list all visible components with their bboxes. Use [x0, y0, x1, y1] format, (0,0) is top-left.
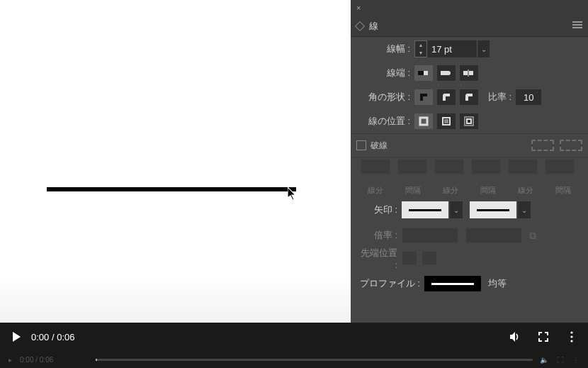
dashed-label: 破線 [371, 140, 388, 152]
svg-rect-9 [444, 119, 448, 123]
cap-butt-icon[interactable] [414, 65, 433, 81]
canvas-area [0, 0, 351, 323]
corner-bevel-icon[interactable] [460, 89, 478, 105]
video-controls: 0:00 / 0:06 ▸ 0:00 / 0:06 🔈 ⛶ ⋮ [0, 323, 588, 368]
arrow-start-select[interactable] [402, 201, 448, 218]
align-outside-icon[interactable] [460, 113, 478, 129]
arrow-start-dropdown[interactable]: ⌄ [450, 201, 463, 218]
ghost-more-icon: ⋮ [572, 356, 579, 364]
scale-start-input[interactable] [402, 228, 458, 243]
svg-point-13 [570, 335, 572, 338]
svg-rect-0 [418, 71, 424, 75]
tab-stroke[interactable]: 線 [369, 20, 378, 33]
svg-point-12 [570, 331, 572, 333]
panel-menu-icon[interactable] [572, 21, 582, 28]
tip-pos-b-icon[interactable] [422, 251, 437, 265]
dash-preview-icon [531, 140, 582, 151]
profile-select[interactable] [424, 276, 481, 291]
dash-headers: 線分 間隔 線分 間隔 線分 間隔 [351, 176, 588, 196]
tip-pos-a-icon[interactable] [402, 251, 417, 265]
svg-rect-4 [446, 71, 448, 75]
arrow-label: 矢印 : [356, 203, 402, 216]
profile-value: 均等 [488, 277, 507, 290]
corner-miter-icon[interactable] [414, 89, 433, 105]
time-display: 0:00 / 0:06 [31, 332, 74, 342]
svg-rect-10 [465, 117, 473, 126]
ratio-input[interactable]: 10 [516, 89, 541, 105]
corner-label: 角の形状 : [356, 91, 414, 104]
weight-dropdown[interactable]: ⌄ [477, 40, 490, 57]
weight-stepper[interactable]: ▴▾ [414, 40, 427, 57]
svg-rect-1 [424, 71, 428, 75]
volume-icon[interactable] [507, 329, 523, 345]
arrow-end-select[interactable] [470, 201, 516, 218]
drawn-stroke [47, 187, 296, 191]
fullscreen-icon[interactable] [536, 329, 551, 345]
align-center-icon[interactable] [414, 113, 433, 129]
scale-label: 倍率 : [356, 229, 402, 242]
svg-rect-6 [468, 69, 469, 77]
cap-projecting-icon[interactable] [460, 65, 478, 81]
align-inside-icon[interactable] [437, 113, 456, 129]
cap-label: 線端 : [356, 67, 414, 79]
svg-rect-7 [420, 118, 427, 125]
ghost-time: 0:00 / 0:06 [20, 356, 53, 364]
ratio-label: 比率 : [488, 91, 511, 104]
stroke-panel: × 線 線幅 : ▴▾ 17 pt ⌄ 線端 : 角の形状 : 比率 : 10 … [351, 0, 588, 323]
align-label: 線の位置 : [356, 115, 414, 128]
profile-label: プロファイル : [356, 277, 424, 290]
corner-round-icon[interactable] [437, 89, 456, 105]
svg-rect-2 [441, 71, 446, 75]
tip-pos-label: 先端位置 : [356, 247, 402, 270]
weight-input[interactable]: 17 pt [427, 40, 477, 57]
more-menu-icon[interactable] [564, 329, 579, 345]
link-scale-icon[interactable]: ⧉ [529, 230, 536, 242]
panel-close-icon[interactable]: × [356, 4, 361, 12]
arrow-end-dropdown[interactable]: ⌄ [518, 201, 531, 218]
svg-point-14 [570, 340, 572, 342]
ghost-play-icon: ▸ [9, 356, 16, 364]
cap-round-icon[interactable] [437, 65, 456, 81]
dashed-checkbox[interactable] [356, 140, 366, 150]
scale-end-input[interactable] [465, 228, 522, 243]
play-button[interactable] [9, 329, 24, 345]
dock-icon[interactable] [355, 21, 365, 30]
ghost-volume-icon: 🔈 [540, 356, 548, 364]
progress-bar[interactable] [96, 359, 533, 361]
svg-rect-11 [467, 119, 471, 123]
ghost-fullscreen-icon: ⛶ [557, 356, 564, 364]
weight-label: 線幅 : [356, 43, 414, 55]
